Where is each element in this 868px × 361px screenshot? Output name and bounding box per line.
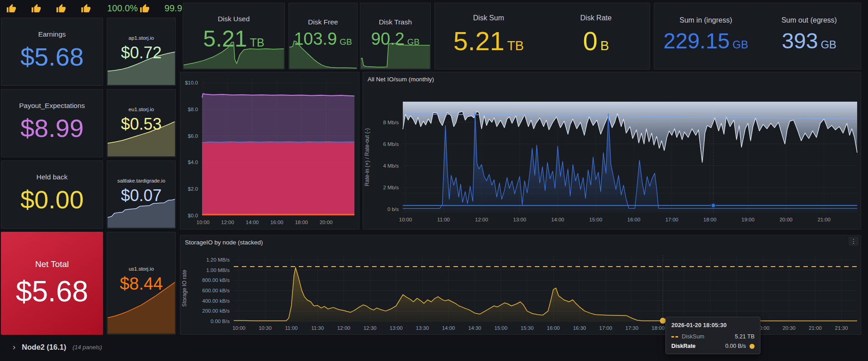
- stat-value: 5.21 TB: [453, 28, 524, 55]
- svg-text:11:00: 11:00: [437, 217, 450, 222]
- stat-panel-disk-used[interactable]: Disk Used 5.21 TB: [183, 3, 285, 70]
- svg-text:14:00: 14:00: [442, 325, 455, 331]
- panel-title: Sum out (egress): [781, 16, 837, 24]
- stat-panel-us1-satellite[interactable]: us1.storj.io $8.44: [107, 232, 176, 335]
- dashed-series-swatch-icon: [671, 336, 678, 338]
- svg-text:400.00 kB/s: 400.00 kB/s: [202, 298, 230, 304]
- stat-value: $0.72: [121, 44, 161, 61]
- disk-rate-stat: Disk Rate 0 B: [542, 3, 650, 69]
- svg-text:17:00: 17:00: [665, 217, 679, 222]
- svg-text:18:00: 18:00: [651, 325, 665, 331]
- stat-number: 5.21: [203, 27, 247, 51]
- stat-unit: GB: [732, 39, 748, 50]
- stat-value: $8.99: [20, 115, 84, 142]
- svg-text:10:00: 10:00: [232, 325, 245, 331]
- tooltip-row-disksum: DiskSum 5.21 TB: [671, 333, 755, 340]
- net-io-chart-panel[interactable]: All Net IO/sum (monthly) 10:0011:0012:00…: [363, 72, 861, 230]
- earnings-history-chart-panel[interactable]: 10:0012:0014:0016:0018:0020:00$0.0$2.0$4…: [180, 72, 359, 230]
- panel-title: Disk Trash: [379, 18, 412, 26]
- stat-panel-earnings[interactable]: Earnings $5.68: [1, 18, 103, 86]
- panel-menu-kebab-icon[interactable]: ⋮: [849, 237, 859, 246]
- svg-text:18:00: 18:00: [703, 217, 717, 222]
- svg-text:13:00: 13:00: [390, 325, 403, 331]
- earnings-history-plot[interactable]: 10:0012:0014:0016:0018:0020:00$0.0$2.0$4…: [180, 72, 359, 229]
- panel-title: Net Total: [35, 259, 69, 269]
- stat-panel-disk-sum-rate[interactable]: Disk Sum 5.21 TB Disk Rate 0 B: [434, 3, 650, 70]
- svg-text:17:00: 17:00: [599, 325, 612, 331]
- panel-title[interactable]: All Net IO/sum (monthly): [363, 72, 861, 85]
- stat-value: 90.2 GB: [371, 30, 420, 48]
- panel-title[interactable]: StorageIO by node (stacked): [180, 235, 861, 248]
- panel-title: Sum in (ingress): [679, 16, 732, 24]
- thumb-up-icon: [6, 4, 16, 14]
- stat-value: $8.44: [120, 275, 163, 293]
- svg-text:16:00: 16:00: [547, 325, 560, 331]
- svg-text:10:00: 10:00: [197, 220, 210, 225]
- svg-text:21:00: 21:00: [809, 325, 822, 331]
- stat-panel-saltlake-satellite[interactable]: saltlake.tardigrade.io $0.07: [107, 160, 176, 229]
- tooltip-row-diskrate: DiskRate 0.00 B/s: [671, 343, 755, 349]
- audit-score: 99.9: [165, 3, 182, 14]
- svg-text:600.00 kB/s: 600.00 kB/s: [202, 288, 230, 293]
- series-color-dot-icon: [750, 344, 755, 349]
- stat-panel-disk-trash[interactable]: Disk Trash 90.2 GB: [360, 3, 431, 70]
- stat-value: 5.21 TB: [203, 27, 264, 51]
- svg-text:21:30: 21:30: [835, 325, 848, 331]
- svg-text:0.00 B/s: 0.00 B/s: [211, 319, 230, 324]
- stat-number: 393: [782, 30, 818, 52]
- svg-text:13:00: 13:00: [513, 217, 526, 222]
- dashboard-row-node1[interactable]: › Node1 (14.0): [0, 357, 868, 361]
- grafana-dashboard: 100.0% 99.9 Earnings $5.68 Payout_Expect…: [0, 0, 868, 361]
- stat-value: $5.68: [20, 44, 84, 70]
- sum-in-stat: Sum in (ingress) 229.15 GB: [654, 3, 758, 69]
- stat-unit: B: [600, 39, 609, 52]
- panel-title: eu1.storj.io: [128, 107, 154, 112]
- svg-text:16:00: 16:00: [270, 220, 283, 225]
- thumb-up-icon: [139, 4, 149, 14]
- panel-title: Disk Free: [308, 18, 338, 26]
- panel-title: Disk Used: [218, 15, 250, 23]
- svg-text:15:30: 15:30: [521, 325, 534, 331]
- thumb-up-icon: [81, 4, 91, 14]
- stat-panel-net-total[interactable]: Net Total $5.68: [1, 232, 103, 335]
- svg-text:$6.0: $6.0: [188, 133, 198, 139]
- svg-text:14:00: 14:00: [245, 220, 259, 225]
- stat-number: 5.21: [453, 28, 505, 55]
- svg-text:1.00 MB/s: 1.00 MB/s: [206, 267, 230, 273]
- stat-panel-ap1-satellite[interactable]: ap1.storj.io $0.72: [107, 18, 176, 86]
- svg-text:$8.0: $8.0: [188, 107, 198, 112]
- stat-value: 229.15 GB: [664, 30, 749, 52]
- chart-tooltip: 2026-01-20 18:05:30 DiskSum 5.21 TB Disk…: [665, 317, 760, 354]
- stat-panel-disk-free[interactable]: Disk Free 103.9 GB: [288, 3, 358, 70]
- stat-panel-held-back[interactable]: Held back $0.00: [1, 160, 103, 229]
- thumb-up-icon: [31, 4, 41, 14]
- thumb-up-icon: [56, 4, 66, 14]
- svg-text:15:00: 15:00: [495, 325, 508, 331]
- panel-title: Payout_Expectations: [19, 102, 85, 110]
- stat-panel-payout-expectations[interactable]: Payout_Expectations $8.99: [1, 89, 103, 157]
- svg-text:20:00: 20:00: [320, 220, 333, 225]
- health-row: 100.0% 99.9: [0, 0, 182, 17]
- svg-text:12:00: 12:00: [337, 325, 350, 331]
- svg-text:4 Mb/s: 4 Mb/s: [383, 163, 399, 169]
- stat-value: 103.9 GB: [294, 30, 352, 48]
- panel-title: Disk Sum: [473, 14, 504, 22]
- stat-panel-eu1-satellite[interactable]: eu1.storj.io $0.53: [107, 89, 176, 157]
- series-value: 5.21 TB: [735, 333, 755, 340]
- stat-unit: GB: [340, 38, 352, 47]
- svg-text:Rate-in (+) / Rate-out (-): Rate-in (+) / Rate-out (-): [364, 128, 370, 186]
- sum-out-stat: Sum out (egress) 393 GB: [758, 3, 861, 69]
- stat-unit: GB: [407, 38, 420, 47]
- stat-panel-sum-in-out[interactable]: Sum in (ingress) 229.15 GB Sum out (egre…: [654, 3, 861, 70]
- stat-value: 393 GB: [782, 30, 836, 52]
- svg-text:10:00: 10:00: [399, 217, 412, 222]
- svg-text:1.20 MB/s: 1.20 MB/s: [206, 257, 230, 263]
- panel-title: Earnings: [38, 30, 66, 38]
- net-io-plot[interactable]: 10:0011:0012:0013:0014:0015:0016:0017:00…: [363, 84, 861, 229]
- stat-number: 229.15: [664, 30, 730, 52]
- svg-text:$0.0: $0.0: [188, 213, 198, 218]
- svg-text:16:00: 16:00: [627, 217, 641, 222]
- svg-text:$4.0: $4.0: [188, 159, 198, 165]
- stat-number: 90.2: [371, 30, 405, 48]
- svg-text:200.00 kB/s: 200.00 kB/s: [202, 308, 230, 314]
